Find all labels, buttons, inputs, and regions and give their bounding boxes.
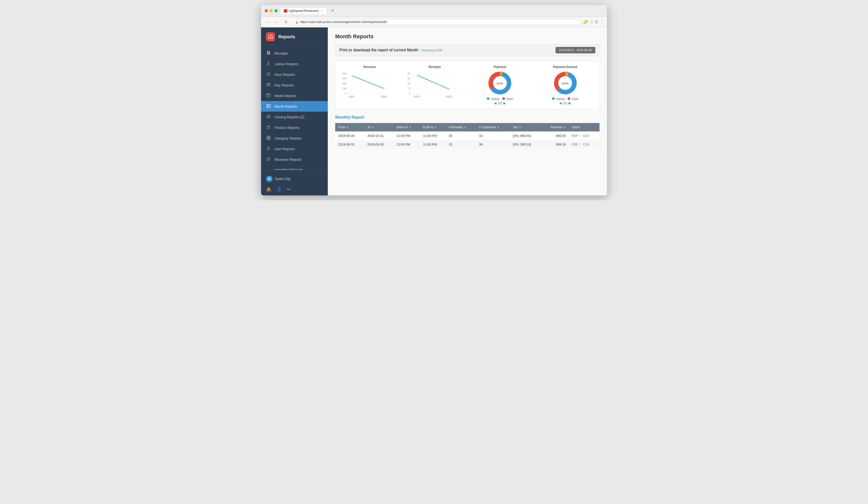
key-icon[interactable]: 🔑 — [583, 20, 588, 24]
sort-revenue-icon[interactable]: ⬍ — [564, 126, 566, 129]
reload-button[interactable]: ↻ — [283, 19, 289, 25]
account-icon[interactable]: 👤 — [276, 186, 282, 192]
payment-amount-nav: ◀ 1/2 ▶ — [559, 101, 571, 105]
sidebar-item-revenue[interactable]: ? Revenue Reports — [261, 154, 328, 165]
hour-icon — [266, 72, 271, 77]
category-icon — [266, 136, 271, 141]
report-bar-text: Print or download the report of current … — [339, 48, 442, 52]
payment-next-button[interactable]: ▶ — [504, 101, 506, 105]
svg-text:66.5%: 66.5% — [562, 82, 568, 85]
cell-action: PDF / CSV — [569, 140, 599, 149]
pa-prev-button[interactable]: ◀ — [559, 101, 562, 105]
col-revenue: Revenue ⬍ — [541, 123, 569, 132]
notifications-icon[interactable]: 🔔 — [266, 186, 271, 192]
sidebar-nav: Receipts Labour Reports Hour Reports — [261, 45, 328, 170]
sidebar-item-label: Ingredient Reports — [275, 168, 303, 170]
cell-starts-at: 11:00 PM — [393, 132, 420, 140]
receipts-chart: Receipts 20 15 10 5 0 08/31 — [405, 65, 465, 105]
svg-point-27 — [268, 147, 269, 148]
minimize-window-button[interactable] — [269, 9, 273, 12]
sidebar-item-labour[interactable]: Labour Reports — [261, 59, 328, 69]
receipts-chart-svg: 20 15 10 5 0 08/31 09/30 — [405, 71, 459, 100]
browser-tab[interactable]: Lightspeed Restaurant × — [280, 8, 327, 14]
table-header: From ⬍ To ⬍ Starts At ⬍ — [335, 123, 599, 132]
logout-icon[interactable]: ↪ — [287, 186, 290, 192]
sidebar-item-category[interactable]: Category Reports — [261, 133, 328, 144]
cell-action: PDF / CSV — [569, 132, 599, 140]
sidebar-item-label: Product Reports — [275, 126, 299, 130]
pdf-link-row1[interactable]: PDF — [571, 143, 578, 146]
csv-link-row0[interactable]: CSV — [583, 134, 589, 137]
payment-amount-chart-title: Payment Amount — [535, 65, 595, 69]
sort-from-icon[interactable]: ⬍ — [346, 126, 348, 129]
sort-to-icon[interactable]: ⬍ — [372, 126, 374, 129]
sidebar-item-product[interactable]: Product Reports — [261, 122, 328, 133]
sidebar-footer: M Sushi City 🔔 👤 ↪ — [261, 170, 328, 195]
svg-rect-20 — [268, 106, 268, 107]
cell-customers: 38 — [476, 140, 510, 149]
page-title: Month Reports — [335, 33, 599, 40]
sidebar-item-day[interactable]: Day Reports — [261, 80, 328, 90]
sidebar-title: Reports — [278, 34, 295, 40]
menu-icon[interactable]: ⋮ — [600, 20, 604, 24]
svg-text:08/31: 08/31 — [414, 95, 420, 98]
col-starts-at: Starts At ⬍ — [393, 123, 420, 132]
cell-to: 2018-09-30 — [364, 140, 393, 149]
sidebar-item-user[interactable]: User Reports — [261, 144, 328, 154]
col-from: From ⬍ — [335, 123, 364, 132]
sidebar-item-month[interactable]: Month Reports — [261, 101, 328, 112]
payment-amount-pie-svg: 66.5% — [553, 71, 578, 95]
sidebar-header: Reports — [261, 28, 328, 45]
sidebar-item-hour[interactable]: Hour Reports — [261, 69, 328, 80]
sidebar-item-label: User Reports — [275, 147, 295, 151]
main-content: Month Reports Print or download the repo… — [328, 28, 607, 195]
back-button[interactable]: ← — [264, 19, 271, 25]
sidebar-item-label: Revenue Reports — [275, 158, 301, 162]
action-sep-row0: / — [580, 134, 581, 137]
sort-customers-icon[interactable]: ⬍ — [497, 126, 499, 129]
payment-prev-button[interactable]: ◀ — [494, 101, 496, 105]
pa-interac-legend: Interac — [552, 97, 565, 100]
cell-revenue: 986.50 — [541, 132, 569, 140]
sort-tax-icon[interactable]: ⬍ — [519, 126, 521, 129]
forward-button[interactable]: → — [273, 19, 280, 25]
svg-text:?: ? — [268, 158, 269, 161]
tab-close-button[interactable]: × — [322, 9, 323, 12]
sidebar-item-week[interactable]: Week Reports — [261, 90, 328, 101]
svg-rect-26 — [269, 138, 270, 140]
payment-chart: Payment 61.9% — [470, 65, 530, 105]
sort-ends-icon[interactable]: ⬍ — [434, 126, 436, 129]
store-name: Sushi City — [275, 177, 290, 181]
pdf-link-row0[interactable]: PDF — [571, 134, 578, 137]
sidebar-item-ingredient[interactable]: Ingredient Reports — [261, 165, 328, 170]
payment-chart-title: Payment — [470, 65, 530, 69]
sidebar-item-label: Receipts — [275, 51, 288, 55]
payment-amount-legend: Interac Cash — [552, 97, 578, 100]
cell-tax: [0%: 589.18] — [510, 140, 541, 149]
labour-icon — [266, 62, 271, 66]
summary-pdf-link[interactable]: Summary PDF — [421, 49, 442, 52]
cell-ends-at: 11:00 PM — [420, 132, 446, 140]
url-text: https://nae2-web.posios.com/management/e… — [300, 20, 387, 24]
col-receipts: # Receipts ⬍ — [446, 123, 476, 132]
pa-cash-legend: Cash — [568, 97, 578, 100]
app-layout: Reports Receipts Labour Reports — [261, 28, 607, 195]
browser-nav-right: 🔑 ☆ E ⋮ — [583, 20, 604, 24]
maximize-window-button[interactable] — [275, 9, 278, 12]
close-window-button[interactable] — [265, 9, 268, 12]
payment-nav: ◀ 1/2 ▶ — [494, 101, 506, 105]
address-bar[interactable]: 🔒 https://nae2-web.posios.com/management… — [291, 19, 580, 25]
sidebar-item-closing[interactable]: Closing Reports (Z) — [261, 112, 328, 122]
pa-next-button[interactable]: ▶ — [569, 101, 571, 105]
sort-starts-icon[interactable]: ⬍ — [409, 126, 411, 129]
new-tab-button[interactable]: + — [329, 8, 336, 13]
sidebar-item-receipts[interactable]: Receipts — [261, 48, 328, 59]
report-bar-label: Print or download the report of current … — [339, 48, 420, 52]
star-icon[interactable]: ☆ — [590, 20, 593, 24]
lock-icon: 🔒 — [295, 21, 299, 24]
user-avatar[interactable]: E — [595, 20, 598, 24]
svg-text:61.9%: 61.9% — [497, 82, 503, 85]
store-selector[interactable]: M Sushi City — [266, 174, 323, 184]
csv-link-row1[interactable]: CSV — [583, 143, 589, 146]
sort-receipts-icon[interactable]: ⬍ — [464, 126, 466, 129]
